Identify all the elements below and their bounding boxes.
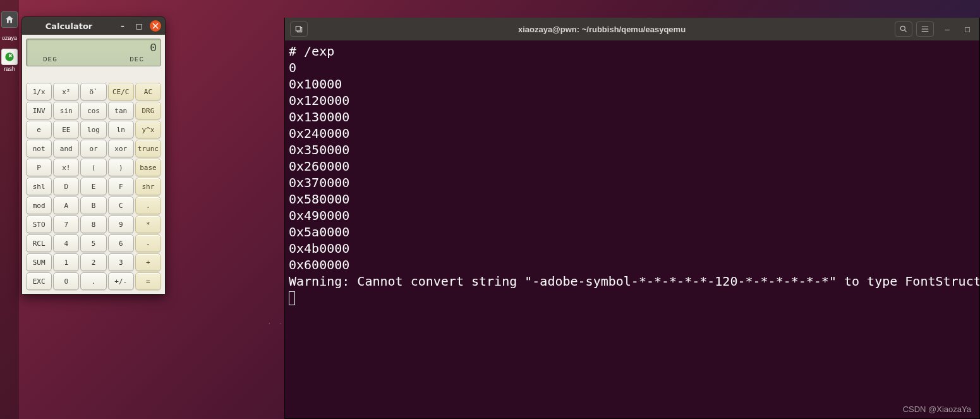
calc-key-log[interactable]: log [80,121,106,138]
dock-item-trash[interactable]: rash [1,47,18,72]
calc-key-not[interactable]: not [26,140,52,157]
calc-key-b[interactable]: B [80,197,106,214]
calc-key-9[interactable]: 9 [108,216,134,233]
terminal-output[interactable]: # /exp 0 0x10000 0x120000 0x130000 0x240… [285,40,979,418]
desktop-dock: ozaya rash [0,0,19,419]
calc-key-p[interactable]: P [26,159,52,176]
calc-key-[interactable]: . [80,272,106,290]
calc-key-x[interactable]: x² [53,83,79,100]
calc-key-sto[interactable]: STO [26,216,52,233]
terminal-titlebar[interactable]: xiaozaya@pwn: ~/rubbish/qemu/easyqemu – … [285,18,979,40]
calc-key-shl[interactable]: shl [26,178,52,195]
calc-key-sin[interactable]: sin [53,102,79,119]
calc-key-tan[interactable]: tan [108,102,134,119]
trash-icon [1,49,18,65]
calculator-body: 0 DEG DEC 1/xx²ö`CE/CACINVsincostanDRGeE… [22,35,165,294]
calc-key-d[interactable]: D [53,178,79,195]
calc-key-ln[interactable]: ln [108,121,134,138]
calc-key-or[interactable]: or [80,140,106,157]
calc-key-a[interactable]: A [53,197,79,214]
display-value: 0 [30,42,157,56]
calc-key-exc[interactable]: EXC [26,272,52,290]
calc-key-x[interactable]: x! [53,159,79,176]
calc-key-3[interactable]: 3 [108,253,134,271]
calc-key-c[interactable]: C [108,197,134,214]
dock-item-label: rash [4,66,15,72]
calc-key-ee[interactable]: EE [53,121,79,138]
calc-key-inv[interactable]: INV [26,102,52,119]
calc-key-[interactable]: ö` [80,83,106,100]
calc-key-1x[interactable]: 1/x [26,83,52,100]
calc-key-[interactable]: + [135,253,161,271]
mode-dec: DEC [130,56,144,63]
calc-key-drg[interactable]: DRG [135,102,161,119]
calc-key-sum[interactable]: SUM [26,253,52,271]
terminal-window: xiaozaya@pwn: ~/rubbish/qemu/easyqemu – … [284,18,980,419]
calc-key-and[interactable]: and [53,140,79,157]
svg-point-0 [900,26,905,30]
calc-key-[interactable]: ) [108,159,134,176]
calc-key-xor[interactable]: xor [108,140,134,157]
menu-button[interactable] [916,21,934,37]
calc-key-[interactable]: * [135,216,161,233]
calc-key-cos[interactable]: cos [80,102,106,119]
calc-key-e[interactable]: e [26,121,52,138]
calc-key-7[interactable]: 7 [53,216,79,233]
search-button[interactable] [895,21,912,37]
dock-item-label: ozaya [2,35,17,41]
calc-key-cec[interactable]: CE/C [108,83,134,100]
calc-key-[interactable]: +/- [108,272,134,290]
calc-key-mod[interactable]: mod [26,197,52,214]
calc-key-2[interactable]: 2 [80,253,106,271]
calculator-keypad: 1/xx²ö`CE/CACINVsincostanDRGeEEloglny^xn… [26,83,161,290]
calc-key-0[interactable]: 0 [53,272,79,290]
calculator-titlebar[interactable]: Calculator – □ [22,17,165,35]
calc-key-6[interactable]: 6 [108,234,134,252]
calc-key-yx[interactable]: y^x [135,121,161,138]
calculator-window: Calculator – □ 0 DEG DEC 1/xx²ö`CE/CACIN… [21,16,166,295]
calc-key-base[interactable]: base [135,159,161,176]
calc-key-ac[interactable]: AC [135,83,161,100]
watermark: CSDN @XiaozaYa [903,404,971,414]
terminal-maximize-button[interactable]: □ [960,22,974,36]
calc-key-f[interactable]: F [108,178,134,195]
calc-key-[interactable]: = [135,272,161,290]
calc-key-5[interactable]: 5 [80,234,106,252]
terminal-cursor [289,291,295,305]
calc-key-rcl[interactable]: RCL [26,234,52,252]
calc-key-[interactable]: ( [80,159,106,176]
calc-key-8[interactable]: 8 [80,216,106,233]
calc-key-4[interactable]: 4 [53,234,79,252]
calc-key-shr[interactable]: shr [135,178,161,195]
calculator-title: Calculator [26,21,112,31]
calc-key-e[interactable]: E [80,178,106,195]
maximize-button[interactable]: □ [133,20,145,32]
minimize-button[interactable]: – [117,20,128,32]
dock-item-files[interactable] [1,11,18,28]
calc-key-[interactable]: - [135,234,161,252]
mode-deg: DEG [43,56,57,63]
calc-key-1[interactable]: 1 [53,253,79,271]
calc-key-[interactable]: . [135,197,161,214]
calculator-display: 0 DEG DEC [26,39,161,66]
calc-key-trunc[interactable]: trunc [135,140,161,157]
home-icon [1,11,18,28]
terminal-minimize-button[interactable]: – [940,22,954,36]
dock-item-text[interactable]: ozaya [1,34,18,41]
close-button[interactable] [150,20,161,32]
terminal-title: xiaozaya@pwn: ~/rubbish/qemu/easyqemu [313,25,891,34]
new-tab-button[interactable] [290,21,308,37]
